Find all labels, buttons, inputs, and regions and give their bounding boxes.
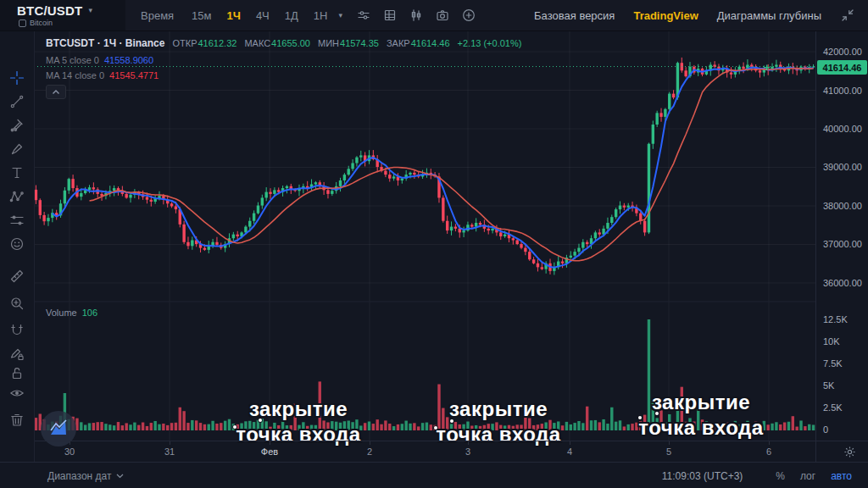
forecast-tool[interactable]: [9, 213, 25, 228]
chevron-up-icon: [52, 89, 60, 96]
pitchfork-tool[interactable]: [9, 118, 25, 133]
price-tick-label: 41000.00: [823, 86, 862, 96]
time-tick: [769, 441, 770, 445]
ma14-value: 41545.4771: [109, 70, 159, 80]
timeframe-1Ч[interactable]: 1Ч: [220, 7, 248, 25]
ohlc-value: 41612.32: [198, 38, 236, 48]
volume-tick-label: 10K: [823, 336, 840, 347]
ohlc-value: 41655.00: [271, 38, 310, 48]
eye-tool[interactable]: [9, 385, 25, 401]
time-label: 31: [164, 446, 175, 457]
collapse-legend-button[interactable]: [46, 85, 66, 99]
coin-icon: [19, 19, 26, 27]
brush-tool[interactable]: [9, 141, 25, 157]
scale-log-toggle[interactable]: лог: [793, 469, 823, 484]
symbol-subtitle: Bitcoin: [30, 19, 53, 27]
marker-dot: [638, 416, 642, 419]
trade-annotation: закрытиеточка входа: [414, 396, 583, 447]
marker-dot: [259, 419, 262, 422]
magnet-tool[interactable]: [9, 323, 25, 338]
legend-title: BTCUSDT · 1Ч · Binance: [46, 37, 164, 49]
chart-style-button[interactable]: [409, 8, 423, 23]
timeframe-4Ч[interactable]: 4Ч: [248, 7, 277, 25]
price-tick-label: 38000.00: [823, 201, 862, 211]
scale-percent-toggle[interactable]: %: [768, 469, 793, 484]
axis-settings-gear-icon[interactable]: [843, 446, 856, 458]
forecast-icon: [9, 213, 25, 228]
marker-dot: [434, 426, 437, 430]
crosshair-icon: [9, 70, 25, 86]
timeframe-group: Время 15м1Ч4Ч1Д1Н ▾: [141, 7, 346, 25]
drawing-toolbar: [0, 30, 35, 462]
time-axis[interactable]: 3031Фев23456: [34, 441, 868, 463]
time-tick: [570, 441, 570, 445]
ohlc-label: МАКС: [244, 38, 270, 48]
marker-dot: [655, 412, 659, 415]
annotation-line1: закрытие: [214, 396, 383, 422]
indicators-button[interactable]: [356, 8, 370, 23]
chart-legend: BTCUSDT · 1Ч · Binance ОТКР41612.32МАКС4…: [46, 35, 521, 99]
ruler-tool[interactable]: [9, 269, 25, 284]
lock-tool[interactable]: [9, 366, 25, 381]
camera-icon: [436, 8, 449, 22]
timeframe-more-icon[interactable]: ▾: [338, 11, 342, 19]
zoom-in-tool[interactable]: [9, 296, 25, 311]
screener-grid-button[interactable]: [382, 8, 397, 23]
ohlc-label: ОТКР: [172, 38, 197, 48]
symbol-selector[interactable]: BTC/USDT ▾ Bitcoin: [0, 0, 125, 30]
ruler-icon: [9, 269, 25, 284]
last-price-badge: 41614.46: [817, 60, 867, 75]
date-range-button[interactable]: Диапазон дат: [47, 470, 124, 482]
axis-corner-divider: [815, 441, 816, 463]
time-tick: [170, 441, 170, 445]
trend-line-icon: [9, 94, 25, 109]
time-label: 5: [666, 446, 671, 457]
price-tick-label: 37000.00: [823, 239, 862, 249]
annotation-line1: закрытие: [616, 390, 786, 415]
price-tick-label: 42000.00: [823, 47, 862, 57]
time-tick: [70, 441, 70, 445]
price-tick-label: 39000.00: [823, 162, 862, 172]
link-tradingview[interactable]: TradingView: [633, 9, 698, 22]
ohlc-field: ЗАКР41614.46: [387, 35, 450, 50]
camera-button[interactable]: [435, 8, 449, 23]
add-chart-button[interactable]: [461, 8, 476, 23]
price-tick-label: 40000.00: [823, 124, 862, 134]
ma5-legend: MA 5 close 041558.9060: [46, 55, 521, 65]
annotation-line2: точка входа: [616, 415, 786, 441]
emoji-tool[interactable]: [9, 236, 25, 252]
ohlc-value: 41614.46: [411, 38, 450, 48]
draw-lock-tool[interactable]: [9, 347, 25, 362]
annotation-line1: закрытие: [414, 396, 583, 422]
time-label: 30: [64, 446, 75, 457]
link-базовая-версия[interactable]: Базовая версия: [534, 9, 615, 22]
timeframe-15м[interactable]: 15м: [184, 7, 219, 25]
timeframe-1Н[interactable]: 1Н: [306, 7, 336, 25]
time-menu[interactable]: Время: [141, 9, 174, 22]
xabcd-pattern-tool[interactable]: [9, 189, 25, 204]
timeframe-1Д[interactable]: 1Д: [277, 7, 306, 25]
trash-tool[interactable]: [9, 413, 25, 428]
indicators-icon: [357, 8, 370, 22]
trend-line-tool[interactable]: [9, 94, 25, 109]
price-line-plus-icon: +: [764, 62, 771, 73]
time-label: Фев: [261, 446, 278, 457]
chevron-down-icon: ▾: [88, 7, 92, 14]
volume-tick-label: 5K: [823, 380, 834, 391]
emoji-icon: [9, 236, 25, 252]
volume-tick-label: 12.5K: [823, 314, 848, 324]
draw-lock-icon: [9, 347, 25, 362]
volume-value: 106: [82, 308, 97, 318]
trash-icon: [9, 413, 25, 428]
collapse-view-button[interactable]: [840, 8, 854, 23]
topbar-links: Базовая версияTradingViewДиаграммы глуби…: [534, 8, 868, 23]
scale-auto-toggle[interactable]: авто: [823, 469, 860, 484]
time-label: 3: [465, 446, 470, 457]
ohlc-field: МИН41574.35: [318, 35, 379, 50]
ohlc-field: МАКС41655.00: [244, 35, 310, 50]
crosshair-tool[interactable]: [9, 70, 25, 86]
top-toolbar: BTC/USDT ▾ Bitcoin Время 15м1Ч4Ч1Д1Н ▾ Б…: [0, 0, 868, 31]
text-tool-tool[interactable]: [9, 165, 25, 180]
price-axis[interactable]: 42000.0041000.0040000.0039000.0038000.00…: [815, 30, 868, 441]
link-диаграммы-глубины[interactable]: Диаграммы глубины: [717, 9, 821, 22]
